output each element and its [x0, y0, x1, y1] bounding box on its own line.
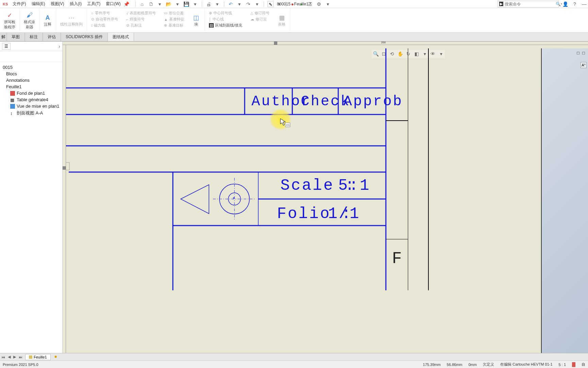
tree-tab-icon[interactable]: ☰ [2, 43, 11, 50]
tab-annotate[interactable]: 标注 [25, 33, 43, 41]
block-button[interactable]: ◫ 块 [191, 13, 202, 28]
rev-symbol-button: △修订符号 [249, 10, 271, 16]
sheet-tab-feuille1[interactable]: Feuille1 [25, 354, 51, 360]
search-icon[interactable]: 🔍 [556, 2, 561, 6]
annotation-a-icon[interactable]: A° [581, 62, 587, 68]
tree-fond[interactable]: Fond de plan1 [1, 90, 61, 96]
dropdown-icon[interactable]: ▾ [175, 1, 181, 7]
tab-sketch[interactable]: 草图 [7, 33, 25, 41]
minimize-icon[interactable]: — [581, 1, 587, 7]
table-button: ▦ 表格 [276, 13, 287, 28]
centermark-icon: ⊕ [209, 11, 212, 15]
sheet-nav-first-icon[interactable]: ⏮ [0, 355, 6, 359]
zone-letter: F [392, 249, 402, 268]
drawing-area[interactable]: 🔍 ⊡ ⟲ ✋ ↻ ◧ ▾ 👁 ▾ Author [66, 45, 588, 353]
tree-feuille[interactable]: Feuille1 [1, 83, 61, 90]
drawing-canvas[interactable]: 200 🔍 ⊡ ⟲ ✋ ↻ ◧ ▾ 👁 ▾ [63, 42, 588, 353]
hole-callout-button: ⊘孔标注 [125, 22, 157, 28]
part-number-button: ○零件序号 [90, 10, 119, 16]
menu-file[interactable]: 文件(F) [10, 1, 29, 7]
svg-text:*: * [233, 196, 235, 202]
sheet-icon [10, 91, 15, 96]
datum-feature-button: ▲基准特征 [163, 16, 185, 22]
search-box[interactable]: ▶ 🔍 ▾ [497, 1, 559, 7]
spellcheck-button[interactable]: ✓ 拼写检 验程序 [3, 11, 17, 30]
approb-label: Approb [343, 93, 403, 110]
surface-finish-button: √表面粗糙度符号 [125, 10, 157, 16]
add-sheet-icon[interactable]: ✸ [53, 355, 59, 359]
select-icon[interactable]: ⬉ [267, 1, 274, 7]
title-block-svg: Author Check Approb [66, 45, 440, 318]
tree-blocs[interactable]: Blocs [1, 71, 61, 77]
magnetic-line-button: ⟟磁力线 [90, 22, 119, 28]
menu-edit[interactable]: 编辑(E) [29, 1, 48, 7]
datum-icon: ▲ [164, 17, 168, 21]
user-icon[interactable]: 👤 [562, 1, 568, 7]
feature-tree-panel: ☰ › 0015 Blocs Annotations Feuille1 Fond… [0, 42, 63, 353]
tab-evaluate[interactable]: 评估 [43, 33, 61, 41]
view-icon [10, 104, 15, 109]
svg-rect-23 [66, 163, 69, 170]
datum-target-button: ⊕基准目标 [163, 22, 185, 28]
chevron-right-icon[interactable]: › [59, 44, 60, 49]
pin-icon[interactable]: 📌 [124, 1, 130, 7]
dropdown-icon[interactable]: ▾ [192, 1, 198, 7]
tab-hide[interactable]: 解 [0, 33, 7, 41]
centerline-icon: │ [209, 17, 211, 21]
svg-marker-13 [181, 185, 209, 214]
dropdown-icon[interactable]: ▾ [325, 1, 331, 7]
tree-vue[interactable]: Vue de mise en plan1 [1, 103, 61, 109]
format-painter-button[interactable]: 🖌 格式涂 刷器 [22, 11, 36, 30]
menu-window[interactable]: 窗口(W) [103, 1, 123, 7]
area-hatch-button[interactable]: ▨区域剖面线/填充 [208, 22, 244, 28]
ruler-horizontal: 200 [63, 42, 588, 45]
table-icon: ▦ [278, 14, 286, 22]
open-icon[interactable]: 📂 [166, 1, 172, 7]
hatch-icon: ▨ [209, 23, 214, 28]
main-area: ☰ › 0015 Blocs Annotations Feuille1 Fond… [0, 42, 588, 353]
help-icon[interactable]: ? [572, 1, 578, 7]
status-flag-icon[interactable] [572, 362, 575, 367]
weld-symbol-button: ⌐焊接符号 [125, 16, 157, 22]
redo-icon[interactable]: ↷ [245, 1, 251, 7]
note-button[interactable]: A 注释 [42, 13, 53, 28]
sheet-nav-prev-icon[interactable]: ◀ [6, 355, 12, 359]
hole-icon: ⊘ [126, 23, 129, 28]
rev-icon: △ [250, 11, 253, 15]
command-icon: ▶ [499, 2, 503, 6]
dropdown-icon[interactable]: ▾ [236, 1, 243, 7]
menu-insert[interactable]: 插入(I) [67, 1, 84, 7]
block-icon: ◫ [192, 14, 200, 22]
status-y: 56.86mm [447, 363, 462, 367]
tree-table[interactable]: ▦Table générale4 [1, 96, 61, 103]
tab-sheet-format[interactable]: 图纸格式 [108, 33, 134, 41]
window-tile-icon[interactable]: ◻ [576, 50, 580, 55]
new-icon[interactable]: 🗋 [148, 1, 154, 7]
status-auto: 自 [582, 362, 585, 367]
sheet-nav-next-icon[interactable]: ▶ [12, 355, 17, 359]
sheet-nav-last-icon[interactable]: ⏭ [17, 355, 24, 359]
ruler-vertical [63, 45, 66, 353]
dropdown-icon[interactable]: ▾ [157, 1, 163, 7]
undo-icon[interactable]: ↶ [228, 1, 234, 7]
settings-icon[interactable]: ⚙ [316, 1, 322, 7]
dropdown-icon[interactable]: ▾ [254, 1, 260, 7]
folio-value: 1/1 [328, 205, 360, 223]
tree-annotations[interactable]: Annotations [1, 77, 61, 83]
tree-section[interactable]: ↕剖面视图 A-A [1, 109, 61, 117]
menu-tools[interactable]: 工具(T) [84, 1, 103, 7]
geotol-icon: ▭ [164, 11, 167, 15]
print-icon[interactable]: 🖨 [206, 1, 212, 7]
window-list-icon[interactable]: ◻ [582, 50, 585, 55]
home-icon[interactable]: ⌂ [139, 1, 145, 7]
sheet-icon [29, 355, 32, 359]
target-icon: ⊕ [164, 23, 167, 28]
dropdown-icon[interactable]: ▾ [214, 1, 220, 7]
status-version: Premium 2021 SP5.0 [3, 363, 417, 367]
search-input[interactable] [505, 2, 556, 6]
tab-addins[interactable]: SOLIDWORKS 插件 [61, 33, 108, 41]
menu-view[interactable]: 视图(V) [48, 1, 67, 7]
save-icon[interactable]: 💾 [183, 1, 190, 7]
tree-root[interactable]: 0015 [1, 64, 61, 71]
preview-strip: ◻ ◻ A° [541, 48, 588, 353]
